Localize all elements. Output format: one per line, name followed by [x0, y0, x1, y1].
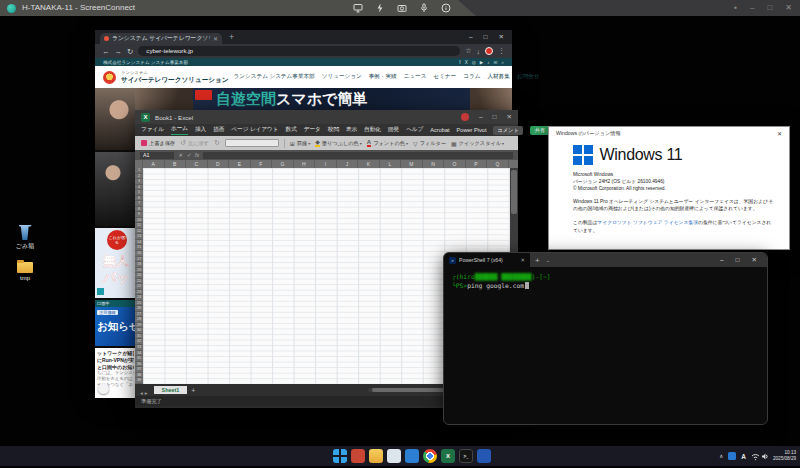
redo-button[interactable]: ↻	[214, 139, 220, 147]
excel-column-header[interactable]: P	[466, 160, 488, 168]
excel-user-avatar[interactable]	[461, 113, 469, 121]
sheet-next-icon[interactable]: ▸	[145, 390, 148, 396]
close-icon[interactable]: ✕	[752, 256, 757, 264]
excel-column-header[interactable]: I	[315, 160, 337, 168]
excel[interactable]: X	[441, 449, 455, 463]
excel-ribbon-tab[interactable]: 校閲	[328, 126, 339, 134]
excel-ribbon-tab[interactable]: ファイル	[141, 126, 164, 134]
excel-ribbon-tab[interactable]: Power Pivot	[457, 127, 487, 133]
promo-banner-1[interactable]: これが困る 無人 パッ	[95, 228, 135, 298]
font-name-box[interactable]	[225, 139, 279, 147]
excel-column-header[interactable]: K	[358, 160, 380, 168]
page-widget-chip[interactable]	[98, 383, 109, 394]
excel-column-header[interactable]: A	[143, 160, 165, 168]
social-icon[interactable]: ▶	[480, 60, 484, 65]
onedrive-icon[interactable]	[728, 452, 736, 460]
address-bar[interactable]: cyber-telework.jp	[138, 46, 460, 56]
excel-column-header[interactable]: N	[423, 160, 445, 168]
excel-ribbon-tab[interactable]: 自動化	[364, 126, 381, 134]
tray-chevron-icon[interactable]: ∧	[719, 453, 723, 459]
chrome[interactable]	[423, 449, 437, 463]
new-tab-button[interactable]: +	[229, 30, 234, 44]
sheet-tab[interactable]: Sheet1	[154, 386, 188, 394]
license-terms-link[interactable]: マイクロソフト ソフトウェア ライセンス条項	[597, 220, 698, 225]
monitor-icon[interactable]	[353, 3, 363, 13]
excel-column-header[interactable]: J	[337, 160, 359, 168]
pinned-app-light[interactable]	[387, 449, 401, 463]
excel-column-header[interactable]: F	[251, 160, 273, 168]
excel-ribbon-tab[interactable]: 表示	[346, 126, 357, 134]
minimize-icon[interactable]: –	[720, 256, 724, 264]
excel-ribbon-tab[interactable]: データ	[304, 126, 321, 134]
excel-column-header[interactable]: E	[229, 160, 251, 168]
sheet-prev-icon[interactable]: ◂	[140, 390, 143, 396]
excel-column-header[interactable]: C	[186, 160, 208, 168]
formula-fx-icon[interactable]: fx	[195, 152, 199, 158]
scrollbar-thumb[interactable]	[511, 170, 517, 214]
lightning-icon[interactable]	[375, 3, 385, 13]
social-icon[interactable]: ◎	[472, 60, 476, 65]
excel-ribbon-tab[interactable]: 数式	[286, 126, 297, 134]
select-all-corner[interactable]	[135, 160, 143, 168]
excel-column-header[interactable]: H	[294, 160, 316, 168]
name-box[interactable]: A1	[140, 152, 174, 159]
social-icon[interactable]: ⌕	[501, 60, 504, 65]
maximize-icon[interactable]: □	[493, 113, 497, 121]
site-nav-link[interactable]: 人材募集	[487, 73, 509, 81]
taskbar-clock[interactable]: 10:13 2025/08/29	[773, 450, 796, 462]
minimize-icon[interactable]: –	[750, 0, 754, 16]
desktop-icon-recycle-bin[interactable]: ごみ箱	[7, 225, 43, 251]
video-thumbnail-1[interactable]	[95, 88, 135, 150]
info-icon[interactable]	[441, 3, 451, 13]
bookmark-star-icon[interactable]: ☆	[465, 47, 471, 55]
excel-column-header[interactable]: L	[380, 160, 402, 168]
excel-column-header[interactable]: O	[444, 160, 466, 168]
social-icon[interactable]: ✉	[494, 60, 498, 65]
browser-menu-icon[interactable]: ⋮	[498, 47, 505, 55]
tab-close-icon[interactable]: ✕	[213, 35, 218, 42]
download-icon[interactable]: ↓	[477, 48, 481, 55]
minimize-icon[interactable]: –	[479, 113, 483, 121]
excel-ribbon-tab[interactable]: ヘルプ	[406, 126, 423, 134]
camera-icon[interactable]	[397, 3, 407, 13]
reload-icon[interactable]: ↻	[127, 47, 133, 56]
pinned-app-red[interactable]	[351, 449, 365, 463]
profile-badge-icon[interactable]	[485, 47, 493, 55]
comments-button[interactable]: コメント	[493, 126, 522, 135]
site-nav-link[interactable]: ソリューション	[322, 73, 362, 81]
social-icon[interactable]: ♪	[487, 60, 489, 65]
borders-button[interactable]: ⊞罫線	[290, 140, 310, 147]
minimize-icon[interactable]: –	[469, 30, 473, 44]
excel-ribbon-tab[interactable]: Acrobat	[430, 127, 449, 133]
close-icon[interactable]: ✕	[499, 30, 504, 44]
social-icon[interactable]: X	[465, 60, 468, 65]
quick-styles-button[interactable]: ▦クイックスタイル	[451, 140, 504, 147]
excel-column-header[interactable]: D	[208, 160, 230, 168]
browser-tab[interactable]: ランシステム サイバーテレワークソリ... ✕	[100, 33, 222, 44]
site-nav-link[interactable]: 事例・実績	[369, 73, 397, 81]
ime-indicator[interactable]: A	[741, 453, 746, 460]
site-nav-link[interactable]: コラム	[463, 73, 480, 81]
excel-ribbon-tab[interactable]: ページ レイアウト	[231, 126, 278, 134]
pinned-app-blue[interactable]	[477, 449, 491, 463]
vscode[interactable]	[405, 449, 419, 463]
terminal-tab[interactable]: > PowerShell 7 (x64) ✕	[444, 253, 530, 267]
undo-button[interactable]: ↺元に戻す	[180, 139, 209, 147]
excel-ribbon-tab[interactable]: ホーム	[171, 125, 188, 135]
add-sheet-button[interactable]: +	[191, 387, 195, 394]
save-button[interactable]: 上書き保存	[141, 140, 175, 147]
excel-ribbon-tab[interactable]: 挿入	[195, 126, 206, 134]
close-icon[interactable]: ✕	[785, 0, 792, 16]
social-icon[interactable]: f	[459, 60, 460, 65]
fill-color-button[interactable]: ◆塗りつぶしの色	[315, 140, 362, 147]
site-nav-link[interactable]: ニュース	[404, 73, 427, 81]
desktop-icon-tmp-folder[interactable]: tmp	[7, 259, 43, 281]
site-nav-link[interactable]: お問合せ	[517, 73, 540, 81]
font-color-button[interactable]: Aフォントの色	[367, 140, 408, 147]
close-icon[interactable]: ✕	[507, 113, 512, 121]
maximize-icon[interactable]: □	[736, 256, 740, 264]
close-icon[interactable]: ✕	[777, 130, 782, 137]
excel-ribbon-tab[interactable]: 開発	[388, 126, 399, 134]
back-icon[interactable]: ←	[102, 47, 110, 56]
forward-icon[interactable]: →	[115, 47, 123, 56]
